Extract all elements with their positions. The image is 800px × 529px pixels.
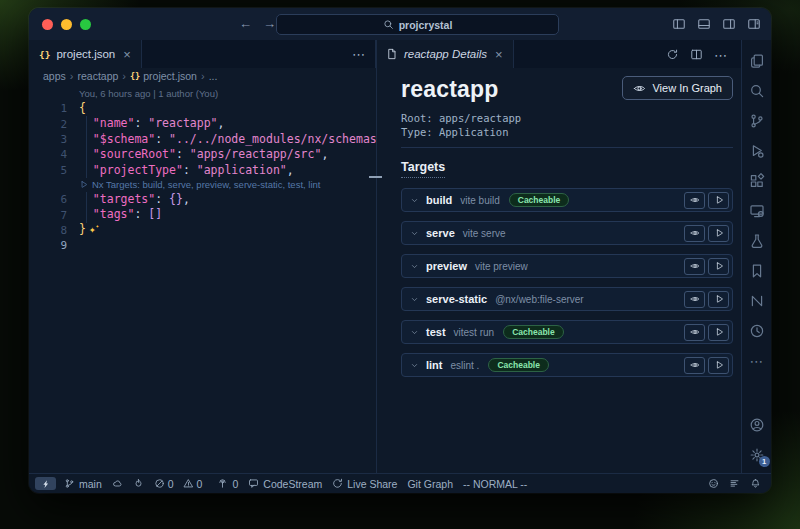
- status-branch[interactable]: main: [59, 474, 107, 493]
- layout-panel-bottom-icon[interactable]: [697, 17, 711, 31]
- activity-nx-console-icon[interactable]: [742, 286, 772, 316]
- activity-more-icon[interactable]: ⋯: [742, 346, 772, 376]
- chevron-down-icon[interactable]: [410, 196, 419, 205]
- breadcrumb-item-reactapp[interactable]: reactapp: [77, 70, 118, 82]
- target-row-serve[interactable]: servevite serve: [401, 221, 733, 245]
- target-row-lint[interactable]: linteslint .Cacheable: [401, 353, 733, 377]
- layout-customize-icon[interactable]: [747, 17, 761, 31]
- project-details-panel: reactapp View In Graph Root: apps/reacta…: [377, 68, 741, 474]
- activity-account-icon[interactable]: [742, 410, 772, 440]
- activity-settings-icon[interactable]: 1: [742, 440, 772, 470]
- status-broadcast[interactable]: 0: [212, 474, 243, 493]
- run-icon: [79, 180, 88, 189]
- target-row-test[interactable]: testvitest runCacheable: [401, 320, 733, 344]
- run-target-button[interactable]: [708, 192, 729, 209]
- more-icon[interactable]: ⋯: [714, 48, 727, 61]
- minimize-window-button[interactable]: [61, 19, 72, 30]
- chevron-down-icon[interactable]: [410, 328, 419, 337]
- targets-heading: Targets: [401, 160, 445, 178]
- code-token: :: [155, 192, 169, 206]
- tab-reactapp-details[interactable]: reactapp Details ×: [376, 40, 514, 68]
- remote-explorer-icon: [749, 203, 765, 219]
- close-tab-icon[interactable]: ×: [123, 48, 131, 61]
- status-count: 0: [168, 478, 174, 490]
- status-codestream[interactable]: CodeStream: [243, 474, 327, 493]
- status-publish[interactable]: [107, 474, 128, 493]
- run-target-button[interactable]: [708, 324, 729, 341]
- target-row-serve-static[interactable]: serve-static@nx/web:file-server: [401, 287, 733, 311]
- activity-testing-icon[interactable]: [742, 226, 772, 256]
- activity-remote-explorer-icon[interactable]: [742, 196, 772, 226]
- activity-time-tracker-icon[interactable]: [742, 316, 772, 346]
- run-target-button[interactable]: [708, 291, 729, 308]
- line-number: 6: [29, 193, 67, 206]
- line-number: 9: [29, 239, 67, 252]
- chevron-down-icon[interactable]: [410, 262, 419, 271]
- status-notifications[interactable]: [745, 478, 766, 489]
- left-group-more-actions[interactable]: ⋯: [352, 40, 375, 68]
- codelens-nx[interactable]: Nx Targets: build, serve, preview, serve…: [29, 178, 376, 192]
- status-live-share[interactable]: Live Share: [327, 474, 402, 493]
- activity-run-debug-icon[interactable]: [742, 136, 772, 166]
- editor-group-divider: [376, 40, 377, 474]
- zoom-window-button[interactable]: [80, 19, 91, 30]
- view-target-button[interactable]: [684, 324, 705, 341]
- view-target-button[interactable]: [684, 357, 705, 374]
- chevron-down-icon[interactable]: [410, 229, 419, 238]
- run-target-button[interactable]: [708, 225, 729, 242]
- split-editor-icon[interactable]: [690, 48, 703, 61]
- editor-sash-marker[interactable]: [369, 176, 382, 178]
- line-number: 2: [29, 118, 67, 131]
- code-token: }: [79, 222, 86, 236]
- status-label: main: [79, 478, 102, 490]
- view-target-button[interactable]: [684, 258, 705, 275]
- activity-source-control-icon[interactable]: [742, 106, 772, 136]
- close-window-button[interactable]: [42, 19, 53, 30]
- run-target-button[interactable]: [708, 357, 729, 374]
- status-remote[interactable]: [35, 477, 56, 490]
- command-center-search[interactable]: projcrystal: [276, 14, 559, 35]
- status-flame[interactable]: [128, 474, 149, 493]
- breadcrumb-item--[interactable]: ...: [209, 70, 218, 82]
- view-in-graph-button[interactable]: View In Graph: [622, 76, 733, 100]
- code-line: 4 "sourceRoot": "apps/reactapp/src",: [29, 147, 376, 162]
- code-line-content: "targets": {},: [67, 192, 376, 207]
- back-icon[interactable]: ←: [239, 16, 252, 31]
- close-tab-icon[interactable]: ×: [495, 48, 503, 61]
- view-target-button[interactable]: [684, 291, 705, 308]
- chevron-down-icon[interactable]: [410, 361, 419, 370]
- target-row-build[interactable]: buildvite buildCacheable: [401, 188, 733, 212]
- left-editor-group-tabs: {} project.json × ⋯: [29, 40, 376, 68]
- play-icon: [714, 261, 724, 271]
- tab-project-json[interactable]: {} project.json ×: [29, 40, 142, 68]
- activity-explorer-icon[interactable]: [742, 46, 772, 76]
- status-feedback[interactable]: [703, 478, 724, 489]
- target-command: vite build: [460, 195, 499, 206]
- breadcrumb: apps›reactapp›{}project.json›...: [29, 68, 376, 84]
- status-problems[interactable]: 00: [149, 474, 213, 493]
- indent-guide: [86, 132, 87, 147]
- run-target-button[interactable]: [708, 258, 729, 275]
- target-row-preview[interactable]: previewvite preview: [401, 254, 733, 278]
- codelens-git[interactable]: You, 6 hours ago | 1 author (You): [29, 87, 376, 101]
- forward-icon[interactable]: →: [263, 16, 276, 31]
- chevron-down-icon[interactable]: [410, 295, 419, 304]
- line-number: 7: [29, 209, 67, 222]
- breadcrumb-item-project-json[interactable]: {}project.json: [130, 70, 197, 82]
- breadcrumb-item-apps[interactable]: apps: [43, 70, 66, 82]
- status-label: Git Graph: [407, 478, 453, 490]
- activity-extensions-icon[interactable]: [742, 166, 772, 196]
- status-git-graph[interactable]: Git Graph: [402, 474, 458, 493]
- breadcrumb-separator: ›: [201, 70, 205, 82]
- view-target-button[interactable]: [684, 192, 705, 209]
- activity-search-icon[interactable]: [742, 76, 772, 106]
- activity-bookmarks-icon[interactable]: [742, 256, 772, 286]
- layout-sidebar-left-icon[interactable]: [672, 17, 686, 31]
- refresh-icon[interactable]: [666, 48, 679, 61]
- code-editor[interactable]: You, 6 hours ago | 1 author (You)1{2 "na…: [29, 84, 376, 254]
- layout-sidebar-right-icon[interactable]: [722, 17, 736, 31]
- status-formatter[interactable]: [724, 478, 745, 489]
- status-vim-mode[interactable]: -- NORMAL --: [458, 474, 532, 493]
- code-token: {: [79, 101, 86, 115]
- view-target-button[interactable]: [684, 225, 705, 242]
